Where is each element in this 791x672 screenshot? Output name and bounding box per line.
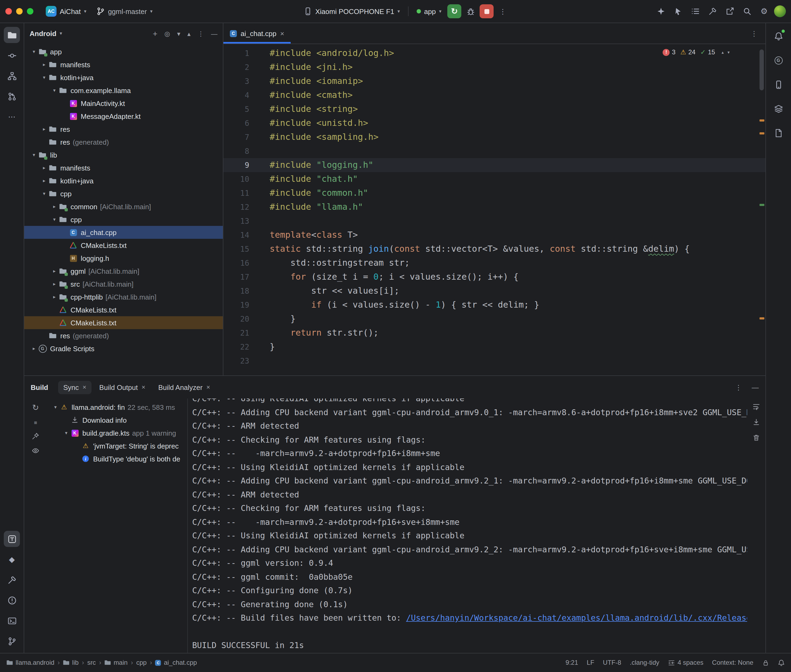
tree-item-cpp-httplib[interactable]: ▸cpp-httplib [AiChat.lib.main]	[24, 290, 223, 303]
tree-item-cpp[interactable]: ▾cpp	[24, 187, 223, 200]
caret-position-widget[interactable]: 9:21	[565, 659, 578, 667]
ai-context-widget[interactable]: Context: None	[712, 659, 753, 667]
close-tab-icon[interactable]: ×	[280, 29, 284, 37]
tree-item-messageadapter-kt[interactable]: KMessageAdapter.kt	[24, 110, 223, 123]
chevron-down-icon[interactable]: ▾	[40, 191, 48, 196]
indent-widget[interactable]: 4 spaces	[668, 659, 704, 667]
chevron-right-icon[interactable]: ▸	[40, 126, 48, 131]
breadcrumb-item-ai-chat-cpp[interactable]: Cai_chat.cpp	[155, 659, 197, 667]
encoding-widget[interactable]: UTF-8	[603, 659, 621, 667]
chevron-right-icon[interactable]: ▸	[50, 282, 59, 286]
tree-item-logging-h[interactable]: Hlogging.h	[24, 252, 223, 265]
locate-file-button[interactable]: ◎	[164, 30, 170, 37]
resource-manager-toolwindow-button[interactable]: ◆	[4, 551, 20, 567]
tree-item-ggml[interactable]: ▸ggml [AiChat.lib.main]	[24, 265, 223, 277]
close-tab-icon[interactable]: ×	[141, 384, 145, 391]
settings-button[interactable]: ⚙	[757, 4, 772, 19]
code-editor[interactable]: 1#include <android/log.h>2#include <jni.…	[223, 44, 765, 375]
build-tree-item-build-gradle-kts[interactable]: ▾Kbuild.gradle.ktsapp 1 warning	[47, 427, 187, 439]
breadcrumb-item-cpp[interactable]: cpp	[136, 659, 147, 667]
code-line-4[interactable]: 4#include <cmath>	[223, 88, 765, 102]
build-tab-build-output[interactable]: Build Output×	[94, 381, 151, 394]
warning-stripe-mark[interactable]	[759, 119, 764, 122]
build-tree-item-buildtype-debug-is-both-de[interactable]: iBuildType 'debug' is both de	[47, 452, 187, 465]
device-manager-button[interactable]	[770, 76, 786, 93]
ai-assistant-button[interactable]	[653, 4, 668, 19]
code-line-13[interactable]: 13	[223, 214, 765, 228]
code-line-23[interactable]: 23	[223, 354, 765, 368]
build-output-path-link[interactable]: /Users/hanyin/Workspace/ai-chat/examples…	[406, 613, 747, 623]
branch-selector[interactable]: ggml-master ▾	[92, 5, 156, 18]
rerun-sync-button[interactable]: ↻	[32, 403, 39, 413]
build-tab-build-analyzer[interactable]: Build Analyzer×	[153, 381, 216, 394]
editor-scrollbar-thumb[interactable]	[759, 50, 764, 90]
code-line-8[interactable]: 8	[223, 144, 765, 158]
build-panel-options-button[interactable]: ⋮	[735, 383, 742, 391]
close-window-button[interactable]	[5, 8, 12, 14]
share-button[interactable]	[722, 4, 737, 19]
chevron-down-icon[interactable]: ▾	[30, 49, 38, 54]
expand-all-button[interactable]: ▾	[177, 30, 180, 37]
tree-item-ai-chat-cpp[interactable]: Cai_chat.cpp	[24, 226, 223, 239]
run-more-actions-button[interactable]: ⋮	[496, 4, 510, 18]
tree-item-cmakelists-txt[interactable]: CMakeLists.txt	[24, 239, 223, 252]
build-tab-sync[interactable]: Sync×	[58, 381, 92, 394]
tree-item-manifests[interactable]: ▸manifests	[24, 162, 223, 174]
code-line-6[interactable]: 6#include <unistd.h>	[223, 116, 765, 130]
task-list-button[interactable]	[688, 4, 703, 19]
code-line-19[interactable]: 19 if (i < values.size() - 1) { str << d…	[223, 298, 765, 312]
chevron-right-icon[interactable]: ▸	[30, 346, 38, 351]
more-toolwindows-button[interactable]: ⋯	[4, 109, 20, 125]
editor-tab-ai-chat-cpp[interactable]: C ai_chat.cpp ×	[223, 23, 291, 43]
logcat-toolwindow-button[interactable]	[770, 125, 786, 141]
clang-tidy-widget[interactable]: .clang-tidy	[630, 659, 659, 667]
notifications-icon[interactable]	[778, 659, 785, 666]
stop-button[interactable]	[480, 4, 494, 18]
tree-item-app[interactable]: ▾app	[24, 45, 223, 58]
code-line-15[interactable]: 15static std::string join(const std::vec…	[223, 242, 765, 256]
chevron-down-icon[interactable]: ▾	[62, 430, 71, 435]
hide-panel-button[interactable]: —	[211, 30, 217, 37]
version-control-toolwindow-button[interactable]	[4, 633, 20, 649]
chevron-right-icon[interactable]: ▸	[50, 294, 59, 299]
code-line-9[interactable]: 9#include "logging.h"	[223, 158, 765, 172]
code-line-7[interactable]: 7#include <sampling.h>	[223, 130, 765, 144]
inspections-widget[interactable]: !3 ⚠24 ✓15 ▴▾	[663, 48, 730, 56]
rerun-button[interactable]: ↻	[447, 4, 461, 18]
hide-build-panel-button[interactable]: —	[752, 383, 759, 391]
code-line-12[interactable]: 12#include "llama.h"	[223, 200, 765, 214]
soft-wrap-icon[interactable]	[752, 403, 760, 410]
project-view-selector[interactable]: Android	[30, 30, 56, 38]
tree-item-kotlin-java[interactable]: ▸kotlin+java	[24, 174, 223, 187]
code-line-20[interactable]: 20 }	[223, 312, 765, 326]
pull-requests-toolwindow-button[interactable]	[4, 88, 20, 104]
tree-item-gradle-scripts[interactable]: ▸GGradle Scripts	[24, 342, 223, 355]
change-stripe-mark[interactable]	[759, 204, 764, 206]
tab-options-button[interactable]: ⋮	[743, 23, 765, 43]
notifications-button[interactable]	[770, 28, 786, 44]
chevron-right-icon[interactable]: ▸	[50, 204, 59, 209]
warning-stripe-mark[interactable]	[759, 317, 764, 320]
build-console[interactable]: C/C++: -- Using KleidiAI optimized kerne…	[188, 398, 747, 653]
code-line-18[interactable]: 18 str << values[i];	[223, 284, 765, 298]
code-line-14[interactable]: 14template<class T>	[223, 228, 765, 242]
tree-item-lib[interactable]: ▾lib	[24, 149, 223, 162]
close-tab-icon[interactable]: ×	[83, 384, 87, 391]
zoom-window-button[interactable]	[27, 8, 34, 14]
tree-item-cmakelists-txt[interactable]: CMakeLists.txt	[24, 303, 223, 316]
tree-item-res[interactable]: res (generated)	[24, 136, 223, 149]
breadcrumb-item-llama-android[interactable]: llama.android	[6, 659, 55, 667]
tree-item-manifests[interactable]: ▸manifests	[24, 58, 223, 71]
build-toolwindow-button[interactable]	[4, 531, 20, 547]
chevron-right-icon[interactable]: ▸	[40, 178, 48, 183]
problems-toolwindow-button[interactable]	[4, 592, 20, 608]
add-button[interactable]: +	[152, 29, 157, 38]
chevron-right-icon[interactable]: ▸	[40, 62, 48, 67]
chevron-down-icon[interactable]: ▾	[40, 75, 48, 80]
collapse-all-button[interactable]: ▴	[187, 30, 191, 37]
user-avatar[interactable]	[774, 5, 786, 17]
show-output-icon[interactable]	[32, 447, 39, 454]
minimize-window-button[interactable]	[16, 8, 22, 14]
terminal-toolwindow-button[interactable]	[4, 613, 20, 629]
breadcrumb-item-main[interactable]: main	[104, 659, 128, 667]
